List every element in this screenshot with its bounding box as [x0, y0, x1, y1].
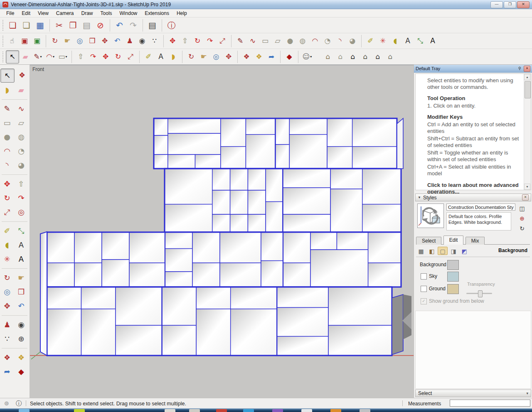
zoom-window-icon[interactable]: ❒	[86, 35, 99, 47]
stone-face[interactable]	[154, 118, 168, 135]
stone-face[interactable]	[129, 232, 165, 263]
zoom-extents-icon[interactable]: ✥	[0, 299, 14, 313]
arc-icon[interactable]: ◠	[309, 35, 321, 47]
three-point-arc-icon[interactable]: ◕	[346, 35, 359, 47]
menu-draw[interactable]: Draw	[78, 10, 97, 17]
view-front-icon[interactable]: ⌂	[347, 51, 359, 63]
background-settings-icon[interactable]: ▢	[438, 247, 448, 255]
stone-face[interactable]	[230, 190, 248, 214]
stone-face[interactable]	[283, 232, 310, 263]
stone-face[interactable]	[165, 169, 212, 204]
stone-face[interactable]	[310, 250, 368, 287]
account-icon[interactable]: ☺▾	[301, 51, 313, 63]
view-left-icon[interactable]: ⌂	[372, 51, 384, 63]
position-camera-icon[interactable]: ♟	[0, 318, 14, 331]
line-icon[interactable]: ✎▾	[32, 51, 44, 63]
stone-face[interactable]	[165, 204, 212, 232]
cut-icon[interactable]: ✂	[52, 18, 66, 32]
share-model-icon[interactable]: ➦	[265, 51, 278, 63]
scrollbar-thumb[interactable]	[525, 81, 531, 98]
text-icon[interactable]: A	[401, 35, 414, 47]
help-info-icon[interactable]: ⓘ	[16, 400, 22, 407]
extension-warehouse-icon[interactable]: ❖	[15, 351, 28, 364]
eraser-icon[interactable]: ▰	[19, 51, 32, 63]
model-info-icon[interactable]: ⓘ	[165, 18, 178, 32]
rotate-icon[interactable]: ↻	[112, 51, 124, 63]
paint-bucket-icon[interactable]: ◗	[167, 51, 180, 63]
eraser-icon[interactable]: ▰	[15, 83, 28, 97]
stone-face[interactable]	[165, 249, 192, 272]
edge-settings-icon[interactable]: ▦	[416, 247, 426, 255]
stone-face[interactable]	[327, 118, 352, 147]
stone-face[interactable]	[230, 169, 248, 190]
look-around-icon[interactable]: ◉	[15, 318, 28, 331]
title-bar[interactable]: ◠ Veneer-Dimensional-Ashlar-Tight-Joints…	[0, 0, 532, 9]
stone-face[interactable]	[116, 287, 162, 325]
minimize-button[interactable]: —	[490, 1, 503, 8]
line-icon[interactable]: ✎	[234, 35, 246, 47]
stone-face[interactable]	[47, 309, 81, 356]
styles-close-icon[interactable]: ✕	[522, 194, 529, 201]
geolocation-icon[interactable]: ⊚	[4, 400, 9, 407]
toolbar-drag-handle[interactable]	[2, 52, 4, 62]
move-icon[interactable]: ✥	[0, 177, 14, 191]
circle-icon[interactable]: ●	[0, 130, 14, 144]
menu-file[interactable]: File	[2, 10, 18, 17]
modeling-settings-icon[interactable]: ◩	[459, 247, 469, 255]
orbit-icon[interactable]: ↻	[185, 51, 197, 63]
print-icon[interactable]: ▤	[145, 18, 159, 32]
show-ground-checkbox[interactable]: ✓	[421, 298, 427, 304]
stone-face[interactable]	[362, 169, 401, 204]
menu-window[interactable]: Window	[116, 10, 141, 17]
three-point-arc-icon[interactable]: ◝	[0, 159, 14, 172]
stone-face[interactable]	[276, 118, 290, 145]
taskbar-app-icon[interactable]	[272, 409, 283, 412]
taskbar-app-icon[interactable]	[301, 409, 312, 412]
stone-face[interactable]	[220, 263, 261, 287]
move-icon[interactable]: ✥	[166, 35, 179, 47]
stone-face[interactable]	[248, 169, 266, 190]
collapsed-panel-select[interactable]: Select ▾	[415, 390, 531, 397]
select-tool-icon[interactable]: ↖	[0, 69, 15, 83]
sky-checkbox[interactable]	[421, 273, 427, 280]
zoom-icon[interactable]: ◎	[74, 35, 86, 47]
rotated-rectangle-icon[interactable]: ▱	[271, 35, 284, 47]
create-new-style-icon[interactable]: ⊕	[518, 214, 526, 223]
stone-face[interactable]	[277, 287, 328, 308]
tab-select[interactable]: Select	[416, 237, 441, 245]
stone-face[interactable]	[283, 188, 331, 214]
freehand-icon[interactable]: ∿	[246, 35, 259, 47]
stone-face[interactable]	[277, 336, 328, 356]
stone-face[interactable]	[328, 287, 392, 325]
update-style-icon[interactable]: ↻	[518, 224, 526, 233]
polygon-icon[interactable]: ◍	[296, 35, 309, 47]
style-description[interactable]: Default face colors. Profile Edges. Whit…	[446, 212, 511, 231]
stone-face[interactable]	[47, 263, 74, 287]
background-color-swatch[interactable]	[447, 260, 459, 270]
text-icon[interactable]: A	[15, 238, 28, 252]
zoom-icon[interactable]: ◎	[210, 51, 222, 63]
new-icon[interactable]: ❏	[6, 18, 20, 32]
menu-view[interactable]: View	[34, 10, 52, 17]
extension-manager-icon[interactable]: ◆	[283, 51, 296, 63]
select-tool-icon[interactable]: ↖	[6, 50, 19, 64]
stone-face[interactable]	[196, 287, 230, 309]
styles-panel-header[interactable]: ▼ Styles ✕	[415, 194, 531, 201]
follow-me-icon[interactable]: ↷	[15, 191, 28, 205]
orbit-icon[interactable]: ↻	[0, 271, 14, 284]
stone-face[interactable]	[192, 263, 220, 287]
stone-face[interactable]	[246, 135, 275, 169]
menu-extensions[interactable]: Extensions	[141, 10, 173, 17]
taskbar-app-icon[interactable]	[19, 409, 30, 412]
rectangle-icon[interactable]: ▭	[259, 35, 271, 47]
scale-icon[interactable]: ⤢	[0, 206, 14, 219]
stone-face[interactable]	[328, 325, 392, 356]
extension-warehouse-icon[interactable]: ❖	[253, 51, 265, 63]
stone-face[interactable]	[74, 263, 102, 287]
look-around-icon[interactable]: ◉	[136, 35, 148, 47]
menu-help[interactable]: Help	[173, 10, 191, 17]
paste-icon[interactable]: ▤	[80, 18, 94, 32]
stone-face[interactable]	[221, 118, 246, 147]
protractor-icon[interactable]: ◖	[0, 238, 14, 252]
taskbar-app-icon[interactable]	[243, 409, 254, 412]
